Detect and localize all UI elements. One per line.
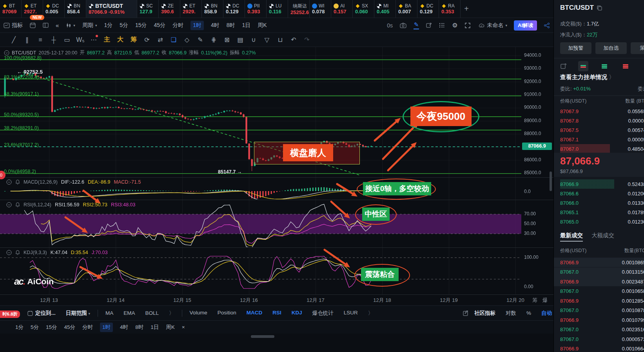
vertical-scrollbar[interactable] — [550, 171, 552, 191]
horizontal-line-icon[interactable]: ≡ — [34, 36, 47, 43]
timeframe-15分[interactable]: 15分 — [135, 22, 147, 29]
timeframe-分时[interactable]: 分时 — [172, 22, 183, 29]
bottom-timeframe-5分[interactable]: 5分 — [31, 324, 39, 331]
ticker-tab-SX[interactable]: SX0.060 — [353, 0, 374, 18]
indicator-KDJ[interactable]: KDJ — [292, 310, 302, 317]
settings-gear-icon[interactable]: ⚙ — [452, 22, 457, 29]
chips-button[interactable]: 筹 — [127, 36, 140, 44]
ticker-tab-BN[interactable]: BN858.9 — [202, 0, 223, 18]
ticker-tab-BT[interactable]: BT87069 — [0, 0, 22, 18]
ticker-tab-DC[interactable]: DC0.129 — [417, 0, 439, 18]
book-view-both-icon[interactable] — [578, 61, 588, 71]
timeframe-4时[interactable]: 4时 — [211, 22, 220, 29]
date-tick[interactable]: 12月 15 — [173, 297, 191, 304]
timeframe-5分[interactable]: 5分 — [120, 22, 128, 29]
log-scale-button[interactable]: 对数 — [506, 310, 516, 317]
indicator-LSUR[interactable]: LSUR — [344, 310, 358, 317]
horizontal-scrollbar[interactable] — [251, 335, 274, 338]
candle-style-button[interactable]: ▾ — [66, 22, 75, 28]
ticker-tab-ZE[interactable]: ZE390.6 — [159, 0, 180, 18]
date-tick[interactable]: 12月 17 — [307, 297, 325, 304]
cross-line-icon[interactable]: ┼ — [47, 36, 60, 43]
refresh-icon[interactable]: ⟳ — [140, 36, 154, 43]
ticker-tab-BA[interactable]: BA0.007 — [396, 0, 417, 18]
object-tree-icon[interactable] — [439, 23, 445, 28]
calendar-icon[interactable] — [30, 22, 36, 28]
bottom-timeframe-1时[interactable]: 1时 — [100, 323, 113, 332]
date-axis[interactable]: 12月 1312月 1412月 1512月 1612月 1712月 1812月 … — [0, 294, 553, 305]
bid-row[interactable]: 87066.60.0120000 — [560, 189, 644, 198]
add-window-icon[interactable] — [426, 22, 432, 28]
collapse-icon[interactable] — [6, 202, 12, 208]
bid-row[interactable]: 87066.90.5243890 — [560, 179, 644, 189]
rsi-note-label[interactable]: 中性区 — [362, 208, 390, 221]
auto-scale-button[interactable]: 自动 — [541, 310, 552, 317]
overlay-MA[interactable]: MA — [105, 310, 113, 316]
price-chart-canvas[interactable] — [0, 47, 553, 294]
ticker-tab-BTC/USDT[interactable]: BTC/USDT87066.9 -0.91% — [86, 0, 137, 18]
tab-latest-trades[interactable]: 最新成交 — [560, 232, 583, 242]
replay-timer[interactable]: 0s — [387, 22, 393, 29]
indicator-Position[interactable]: Position — [218, 310, 236, 317]
date-tick[interactable]: 12月 16 — [240, 297, 258, 304]
ask-row[interactable]: 87067.10.0000574 — [560, 135, 644, 144]
ticker-tab-ET[interactable]: ET2929. — [180, 0, 202, 18]
ticker-tab-DC[interactable]: DC0.129 — [223, 0, 245, 18]
add-tab-button[interactable]: + — [461, 0, 472, 18]
locate-button[interactable]: 定位到... — [27, 310, 56, 317]
book-view-window-icon[interactable] — [559, 61, 569, 71]
link-icon[interactable]: ∪ — [247, 36, 260, 43]
draw-mode-icon[interactable]: ✎ — [414, 21, 419, 29]
book-view-asks-icon[interactable] — [620, 61, 631, 71]
bid-row[interactable]: 87065.00.0123000 — [560, 217, 644, 226]
indicator-Volume[interactable]: Volume — [190, 310, 207, 317]
ticker-tab-WI[interactable]: WI0.078 — [310, 0, 331, 18]
main-orders-link[interactable]: 查看主力挂单情况 〉 — [560, 74, 615, 81]
range-box-label[interactable]: 横盘磨人 — [283, 144, 333, 161]
axis-chip-筹[interactable]: 筹 — [532, 297, 537, 304]
ask-row[interactable]: 87067.50.0057429 — [560, 125, 644, 135]
timeframe-周K[interactable]: 周K — [258, 22, 267, 29]
filter-icon[interactable]: ▽ — [260, 36, 274, 43]
ticker-tab-DC[interactable]: DC0.005 — [43, 0, 65, 18]
add-watchlist-button[interactable]: 加自选 — [595, 42, 627, 54]
alert-bell-icon[interactable] — [15, 179, 20, 185]
date-tick[interactable]: 12月 18 — [373, 297, 391, 304]
ask-row[interactable]: 87067.00.4850430 — [560, 144, 644, 153]
ai-analysis-button[interactable]: AI解读 — [514, 20, 537, 31]
timeframe-1日[interactable]: 1日 — [242, 22, 251, 29]
indicator-button[interactable]: 指标 — [4, 22, 23, 29]
undo-icon[interactable]: ↶ — [287, 36, 300, 43]
collapse-icon[interactable] — [4, 50, 9, 56]
bottom-timeframe-15分[interactable]: 15分 — [46, 324, 57, 331]
screenshot-icon[interactable] — [400, 23, 406, 28]
ticker-tab-MI[interactable]: MI0.405 — [374, 0, 396, 18]
date-tick[interactable]: 12月 14 — [107, 297, 125, 304]
timeframe-1时[interactable]: 1时 — [190, 21, 204, 30]
layout-icon[interactable] — [43, 22, 49, 28]
date-range-button[interactable]: 日期范围 ▾ — [66, 310, 90, 317]
strategy-button[interactable]: 策 — [631, 42, 644, 54]
parallel-channel-icon[interactable]: ∥ — [20, 36, 34, 43]
note-icon[interactable]: ▤ — [234, 36, 247, 43]
trash-icon[interactable]: ⊔ — [274, 36, 287, 43]
kdj-note-label[interactable]: 震荡粘合 — [361, 268, 399, 281]
timeframe-8时[interactable]: 8时 — [227, 22, 235, 29]
bookmark-icon[interactable]: ❏ — [167, 36, 180, 43]
indicator-more-button[interactable]: 〉 — [368, 310, 374, 317]
alert-bell-icon[interactable] — [15, 202, 20, 208]
percent-scale-button[interactable]: % — [526, 310, 531, 316]
date-tick[interactable]: 12月 20 — [506, 297, 524, 304]
close-timeframe-bar[interactable]: × — [182, 324, 185, 330]
trend-line-icon[interactable]: ╱ — [7, 36, 20, 43]
alert-bell-icon[interactable] — [15, 250, 20, 255]
macd-note-label[interactable]: 接近0轴，多空较劲 — [363, 182, 431, 195]
more-tools-icon[interactable]: ⋯ — [87, 36, 100, 43]
timeframe-1分[interactable]: 1分 — [104, 22, 112, 29]
compare-icon[interactable]: ⇄ — [154, 36, 167, 43]
bid-row[interactable]: 87066.00.0133000 — [560, 198, 644, 208]
ticker-tab-AI[interactable]: AI0.157 — [331, 0, 353, 18]
redo-icon[interactable]: ↷ — [300, 36, 314, 43]
timeframe-45分[interactable]: 45分 — [154, 22, 166, 29]
ticker-tab-纳斯达[interactable]: 纳斯达25252.6 — [288, 0, 310, 18]
